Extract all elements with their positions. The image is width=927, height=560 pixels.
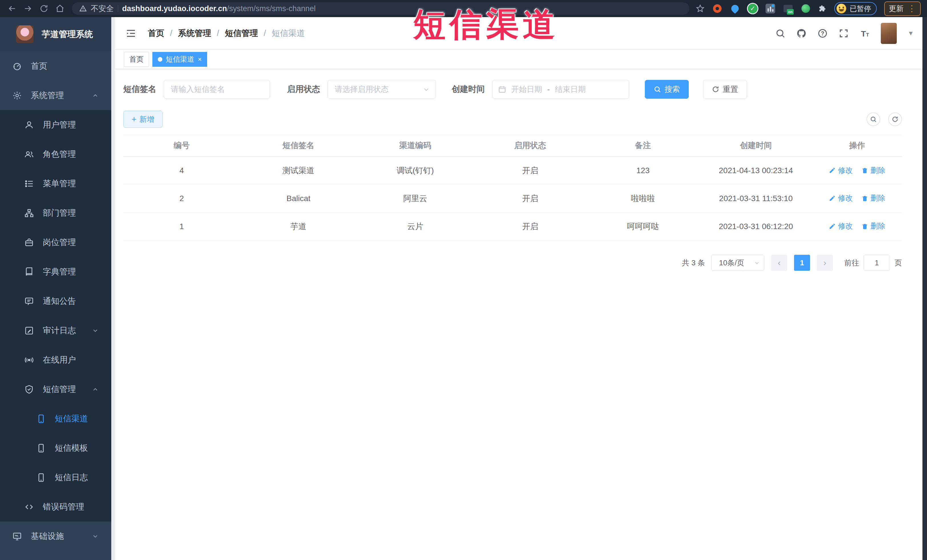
phone-icon [36, 414, 46, 424]
search-button[interactable]: 搜索 [645, 80, 689, 99]
search-icon [870, 116, 877, 123]
security-label: 不安全 [91, 3, 114, 14]
main-area: 首页/系统管理/短信管理/短信渠道 ? TT [115, 17, 922, 560]
sidebar-item-online-users[interactable]: 在线用户 [0, 345, 111, 375]
page-number-button[interactable]: 1 [794, 255, 810, 271]
header-actions: ? TT ▼ [775, 23, 914, 44]
edit-row-button[interactable]: 修改 [829, 165, 853, 175]
time-label: 创建时间 [452, 83, 485, 95]
pagination: 共 3 条 10条/页 ‹ 1 › 前往 页 [123, 255, 902, 271]
delete-row-button[interactable]: 删除 [862, 221, 885, 231]
breadcrumb-item[interactable]: 短信管理 [225, 28, 258, 39]
sidebar-item-system[interactable]: 系统管理 [0, 81, 111, 110]
signal-icon [24, 355, 34, 365]
sidebar-item-sms[interactable]: 短信管理 [0, 375, 111, 404]
page-size-select[interactable]: 10条/页 [711, 255, 764, 271]
sidebar-item-error-codes[interactable]: 错误码管理 [0, 492, 111, 522]
extension-orange-ring-icon[interactable] [712, 3, 722, 14]
next-page-button[interactable]: › [817, 255, 833, 271]
sidebar-item-dicts[interactable]: 字典管理 [0, 257, 111, 287]
sidebar-item-label: 首页 [31, 61, 47, 72]
delete-row-button[interactable]: 删除 [862, 193, 885, 203]
sidebar-item-sms-log[interactable]: 短信日志 [0, 463, 111, 492]
kebab-menu-icon[interactable]: ⋮ [907, 4, 916, 13]
status-select[interactable]: 请选择启用状态 [328, 80, 436, 99]
tab-短信渠道[interactable]: 短信渠道× [152, 52, 207, 67]
column-header: 渠道编码 [357, 135, 474, 156]
reset-button[interactable]: 重置 [703, 80, 747, 99]
sidebar-item-sms-template[interactable]: 短信模板 [0, 433, 111, 463]
sign-input[interactable] [164, 80, 270, 99]
column-header: 备注 [587, 135, 700, 156]
close-icon[interactable]: × [198, 55, 202, 63]
help-question-icon[interactable]: ? [818, 28, 828, 38]
sign-label: 短信签名 [123, 83, 157, 95]
chevron-down-icon[interactable]: ▼ [907, 30, 914, 37]
extensions-puzzle-icon[interactable] [818, 4, 827, 13]
user-avatar[interactable] [881, 23, 897, 44]
browser-reload-icon[interactable] [36, 2, 52, 15]
delete-row-button[interactable]: 删除 [862, 165, 885, 175]
github-icon[interactable] [796, 28, 807, 38]
breadcrumb-item[interactable]: 系统管理 [178, 28, 211, 39]
browser-home-icon[interactable] [52, 2, 68, 15]
edit-row-button[interactable]: 修改 [829, 221, 853, 231]
chevron-down-icon [92, 327, 99, 334]
sidebar-item-depts[interactable]: 部门管理 [0, 198, 111, 228]
extension-blue-drop-icon[interactable] [730, 3, 740, 14]
browser-back-icon[interactable] [4, 2, 20, 15]
insecure-warning-icon[interactable] [79, 5, 87, 12]
sidebar-scrollbar[interactable] [111, 17, 115, 560]
header-search-icon[interactable] [775, 28, 786, 38]
app-logo-row[interactable]: 芋道管理系统 [0, 17, 111, 52]
profile-paused-badge[interactable]: 已暂停 [834, 2, 877, 15]
gauge-icon [12, 61, 22, 71]
sidebar-menu: 首页系统管理用户管理角色管理菜单管理部门管理岗位管理字典管理通知公告审计日志在线… [0, 52, 111, 551]
column-header: 启用状态 [474, 135, 587, 156]
goto-label: 前往 [844, 258, 859, 268]
page-unit-label: 页 [895, 258, 902, 268]
active-tab-dot [158, 57, 163, 62]
sidebar-item-label: 审计日志 [43, 325, 76, 336]
sidebar-item-sms-channel[interactable]: 短信渠道 [0, 404, 111, 433]
sidebar-item-posts[interactable]: 岗位管理 [0, 228, 111, 257]
prev-page-button[interactable]: ‹ [771, 255, 787, 271]
browser-update-button[interactable]: 更新 ⋮ [884, 2, 921, 16]
edit-row-button[interactable]: 修改 [829, 193, 853, 203]
start-date-placeholder: 开始日期 [511, 84, 542, 94]
sidebar-toggle-icon[interactable] [125, 27, 137, 39]
sidebar-item-home[interactable]: 首页 [0, 52, 111, 81]
breadcrumb-item[interactable]: 首页 [148, 28, 164, 39]
fullscreen-icon[interactable] [839, 28, 849, 38]
tags-view-bar: 首页短信渠道× [115, 50, 922, 69]
chevron-down-icon [422, 86, 430, 93]
font-size-icon[interactable]: TT [860, 28, 870, 38]
total-count: 共 3 条 [682, 258, 705, 268]
extension-green-icon[interactable] [801, 3, 811, 14]
extension-chart-icon[interactable] [765, 3, 775, 14]
sidebar-item-users[interactable]: 用户管理 [0, 110, 111, 140]
sidebar-item-roles[interactable]: 角色管理 [0, 140, 111, 169]
browser-scrollbar[interactable] [922, 17, 927, 560]
add-button[interactable]: + 新增 [123, 111, 163, 128]
table-row: 4测试渠道调试(钉钉)开启1232021-04-13 00:23:14修改删除 [123, 156, 902, 185]
date-range-picker[interactable]: 开始日期 - 结束日期 [492, 80, 629, 99]
sidebar-item-notices[interactable]: 通知公告 [0, 287, 111, 316]
address-bar[interactable]: 不安全 dashboard.yudao.iocoder.cn/system/sm… [72, 2, 689, 15]
refresh-table-button[interactable] [888, 112, 902, 126]
goto-page-input[interactable] [864, 255, 890, 271]
roles-icon [24, 149, 34, 159]
tab-首页[interactable]: 首页 [124, 52, 149, 67]
bookmark-star-icon[interactable] [696, 4, 705, 13]
sidebar-item-audit-logs[interactable]: 审计日志 [0, 316, 111, 345]
sidebar-item-infrastructure[interactable]: 基础设施 [0, 522, 111, 551]
extension-proxy-on-icon[interactable]: on [783, 3, 793, 14]
column-header: 操作 [812, 135, 902, 156]
browser-forward-icon[interactable] [20, 2, 36, 15]
refresh-icon [712, 86, 719, 93]
url-path: /system/sms/sms-channel [227, 4, 316, 13]
extension-green-check-icon[interactable]: ✓ [748, 3, 758, 14]
show-search-toggle-button[interactable] [866, 112, 880, 126]
sidebar-item-menus[interactable]: 菜单管理 [0, 169, 111, 198]
column-header: 创建时间 [699, 135, 812, 156]
